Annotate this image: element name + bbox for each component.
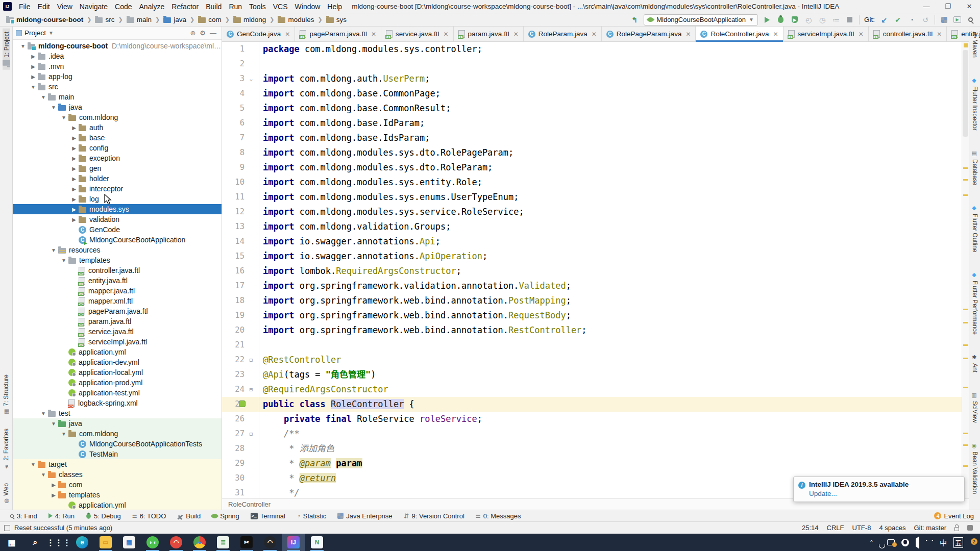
tab-gencode.java[interactable]: CGenCode.java✕ [222, 27, 295, 41]
menu-analyze[interactable]: Analyze [136, 0, 168, 13]
chevron-collapsed-icon[interactable]: ▶ [69, 196, 79, 202]
tree-item-application.yml[interactable]: application.yml [13, 347, 222, 357]
coverage-button[interactable]: ▶ [790, 15, 799, 24]
tree-item-java[interactable]: ▼java [13, 102, 222, 112]
git-branch[interactable]: Git: master [914, 524, 946, 532]
tree-item-application-prod.yml[interactable]: application-prod.yml [13, 378, 222, 388]
close-tab-icon[interactable]: ✕ [285, 31, 290, 38]
gutter-line-29[interactable]: 29 [222, 456, 259, 471]
gutter-line-27[interactable]: 27⊟ [222, 427, 259, 441]
gutter-line-31[interactable]: 31 [222, 486, 259, 498]
chevron-expanded-icon[interactable]: ▼ [49, 421, 58, 427]
close-tab-icon[interactable]: ✕ [685, 31, 691, 38]
breadcrumb-item-src[interactable]: src [94, 16, 115, 23]
tree-item-test[interactable]: ▼test [13, 408, 222, 418]
chevron-collapsed-icon[interactable]: ▶ [69, 125, 79, 131]
build-steps-button[interactable]: ≔ [831, 15, 841, 24]
tab-rolecontroller.java[interactable]: CRoleController.java✕ [696, 27, 783, 41]
run-button[interactable] [763, 15, 772, 24]
tree-item-modules.sys[interactable]: ▶modules.sys [13, 204, 222, 214]
readonly-lock-icon[interactable] [954, 527, 959, 531]
toolwindow-6-todo[interactable]: ☰6: TODO [127, 510, 172, 521]
fold-marker-icon[interactable]: ⊟ [244, 382, 258, 397]
breadcrumb-item-modules[interactable]: modules [277, 16, 315, 23]
tree-item-config[interactable]: ▶config [13, 143, 222, 153]
chevron-expanded-icon[interactable]: ▼ [39, 411, 48, 416]
git-update-button[interactable]: ↙ [879, 15, 889, 24]
fold-marker-icon[interactable]: ⊟ [244, 427, 258, 441]
chevron-expanded-icon[interactable]: ▼ [39, 94, 48, 100]
hide-panel-icon[interactable]: — [208, 29, 218, 37]
tree-item-templates[interactable]: ▶templates [13, 490, 222, 500]
ide-updates-icon[interactable] [967, 525, 973, 531]
menu-code[interactable]: Code [111, 0, 135, 13]
toolwindow-build[interactable]: Build [172, 510, 206, 521]
rollback-button[interactable]: ↺ [921, 15, 930, 24]
chevron-collapsed-icon[interactable]: ▶ [69, 207, 79, 212]
chevron-collapsed-icon[interactable]: ▶ [69, 176, 79, 182]
tree-item-testmain[interactable]: CTestMain [13, 449, 222, 459]
tab-pageparam.java.ftl[interactable]: pageParam.java.ftl✕ [295, 27, 381, 41]
gutter-line-7[interactable]: 7 [222, 131, 259, 145]
gutter-line-30[interactable]: 30 [222, 471, 259, 486]
tool-stripe-7-structure[interactable]: ▦7: Structure [3, 371, 10, 418]
breadcrumb-item-mldong[interactable]: mldong [232, 16, 267, 23]
chevron-collapsed-icon[interactable]: ▶ [69, 135, 79, 141]
warning-stripe-mark[interactable] [963, 309, 968, 310]
toolwindow-3-find[interactable]: 3: Find [4, 510, 43, 521]
attach-profiler-button[interactable]: ◷ [818, 15, 827, 24]
tab-entity.java.ftl[interactable]: entity.java.ftl✕ [947, 27, 980, 41]
scrollbar-thumb[interactable] [963, 50, 968, 137]
tree-item-application.yml[interactable]: application.yml [13, 500, 222, 510]
tree-item-logback-spring.xml[interactable]: logback-spring.xml [13, 398, 222, 408]
tree-item-templates[interactable]: ▼templates [13, 255, 222, 265]
gutter-line-18[interactable]: 18 [222, 293, 259, 308]
gutter-line-9[interactable]: 9 [222, 160, 259, 175]
stop-button[interactable] [845, 15, 854, 24]
chevron-down-icon[interactable]: ▼ [48, 30, 54, 36]
gutter-line-21[interactable]: 21 [222, 338, 259, 353]
tool-stripe-web[interactable]: ◍Web [3, 480, 10, 508]
gutter-line-25[interactable]: 25 [222, 397, 259, 412]
tree-item-exception[interactable]: ▶exception [13, 153, 222, 163]
warning-stripe-mark[interactable] [963, 387, 968, 388]
code-editor[interactable]: 1package com.mldong.modules.sys.controll… [222, 42, 969, 498]
gutter-line-10[interactable]: 10 [222, 175, 259, 190]
search-everywhere-icon[interactable] [966, 15, 975, 24]
chevron-expanded-icon[interactable]: ▼ [29, 84, 38, 90]
gutter-line-26[interactable]: 26 [222, 412, 259, 427]
taskbar-start-icon[interactable]: ▦ [0, 534, 23, 551]
taskbar-edge-icon[interactable]: e [70, 534, 94, 551]
history-button[interactable]: ◔ [907, 15, 916, 24]
chevron-collapsed-icon[interactable]: ▶ [49, 482, 58, 488]
file-encoding[interactable]: UTF-8 [852, 524, 871, 532]
tree-item-mapper.xml.ftl[interactable]: mapper.xml.ftl [13, 296, 222, 306]
navigate-back-icon[interactable]: ↰ [630, 15, 639, 24]
toolwindow-0-messages[interactable]: ☰0: Messages [470, 510, 527, 521]
chevron-expanded-icon[interactable]: ▼ [59, 431, 68, 437]
taskbar-intellij-icon[interactable]: IJ [282, 534, 305, 551]
gutter-line-20[interactable]: 20 [222, 323, 259, 338]
close-tab-icon[interactable]: ✕ [592, 31, 597, 38]
tree-item-application-dev.yml[interactable]: application-dev.yml [13, 357, 222, 367]
fold-marker-icon[interactable]: ⌄ [244, 71, 258, 86]
warning-stripe-mark[interactable] [963, 444, 968, 446]
tree-item-validation[interactable]: ▶validation [13, 214, 222, 224]
gutter-line-8[interactable]: 8 [222, 145, 259, 160]
qq-icon[interactable] [901, 539, 909, 546]
taskbar-explorer-icon[interactable]: ▭ [94, 534, 117, 551]
close-tab-icon[interactable]: ✕ [859, 31, 864, 38]
toolwindow-spring[interactable]: Spring [206, 510, 245, 521]
warning-stripe-mark[interactable] [963, 179, 968, 181]
warning-stripe-mark[interactable] [963, 167, 968, 169]
tree-item-pageparam.java.ftl[interactable]: pageParam.java.ftl [13, 306, 222, 316]
gutter-line-22[interactable]: 22⊟ [222, 353, 259, 367]
menu-help[interactable]: Help [324, 0, 346, 13]
close-button[interactable]: ✕ [959, 0, 980, 13]
tab-serviceimpl.java.ftl[interactable]: serviceImpl.java.ftl✕ [783, 27, 869, 41]
volume-icon[interactable] [916, 539, 919, 546]
chevron-expanded-icon[interactable]: ▼ [39, 472, 48, 478]
gutter-line-15[interactable]: 15 [222, 249, 259, 264]
chevron-expanded-icon[interactable]: ▼ [59, 115, 68, 120]
tree-item-mapper.java.ftl[interactable]: mapper.java.ftl [13, 286, 222, 296]
